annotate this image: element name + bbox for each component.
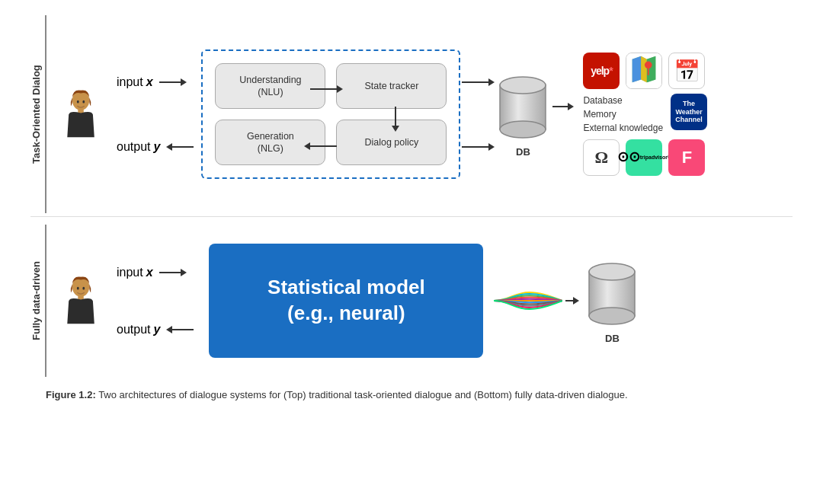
dashed-box-container: Understanding (NLU) State tracker Genera… [201,49,460,179]
state-tracker-box: State tracker [336,63,447,109]
meta-db-row: Database Memory External knowledge TheWe… [583,94,707,135]
input-label-bottom: input [117,266,143,279]
page: Task-Oriented Dialog [0,0,823,504]
db-cylinder-top [496,72,549,140]
db-meta-labels: Database Memory External knowledge [583,94,663,135]
db-cylinder-bottom [585,258,639,327]
nlg-box: Generation (NLG) [215,120,325,165]
dashed-box: Understanding (NLU) State tracker Genera… [201,49,460,179]
db-label-bottom: DB [605,333,620,344]
output-label-top: output [117,140,150,154]
maps-icon [626,53,662,89]
meta-database: Database [583,94,663,107]
output-row-bottom: output y [117,323,197,337]
meta-memory: Memory [583,107,663,121]
svg-point-3 [82,100,85,104]
svg-point-18 [645,62,652,69]
svg-point-11 [500,77,546,94]
input-arrow-bottom [159,269,187,276]
top-section: Task-Oriented Dialog [30,15,793,213]
wiki-icon: Ω [583,139,620,176]
box-to-db-arrows [462,49,495,179]
svg-point-24 [589,263,635,280]
db-bottom: DB [585,258,639,344]
output-arrow-top [166,143,194,151]
icons-row-bottom: Ω ⊙⊙ tripadvisor® F [583,139,707,176]
policy-to-db-arrow [462,143,495,151]
output-var-bottom: y [153,323,160,337]
output-label-bottom: output [117,323,150,337]
input-var-top: x [146,75,153,89]
top-side-label: Task-Oriented Dialog [30,15,46,213]
output-row-top: output y [117,140,197,154]
input-arrow-top [159,78,187,86]
input-row-top: input x [117,75,197,89]
svg-point-21 [76,287,78,290]
model-to-db-section [494,274,582,327]
input-row-bottom: input x [117,266,197,279]
meta-external: External knowledge [583,121,663,135]
divider [30,216,793,217]
svg-point-12 [500,121,546,138]
right-icons-block: yelp* 📅 [583,53,707,176]
avatar-bottom [60,274,102,327]
dialog-policy-box: Dialog policy [336,120,447,165]
figure-caption: Figure 1.2: Two architectures of dialogu… [30,388,793,403]
statistical-model-box: Statistical model (e.g., neural) [209,244,483,358]
model-line1: Statistical model [267,275,425,301]
bottom-avatar-col [54,274,107,327]
svg-point-22 [82,287,85,290]
caption-text: Two architectures of dialogue systems fo… [98,389,627,400]
top-avatar-col [54,88,107,141]
bottom-io-labels: input x output y [117,244,197,358]
input-var-bottom: x [146,266,153,279]
icons-row-top: yelp* 📅 [583,53,707,89]
output-var-top: y [153,140,160,154]
bottom-side-label: Fully data-driven [30,225,46,377]
svg-marker-15 [632,56,642,82]
tripadvisor-icon: ⊙⊙ tripadvisor® [626,139,662,176]
cable-to-db-arrow [565,297,579,305]
svg-point-25 [589,308,635,324]
yelp-icon: yelp* [583,53,620,89]
cable-svg [494,274,562,327]
top-io-labels: input x output y [117,49,197,179]
foursquare-icon: F [668,139,705,176]
caption-prefix: Figure 1.2: [46,389,96,400]
svg-point-2 [76,100,78,104]
db-to-icons-arrow [552,103,574,126]
state-to-db-arrow [462,78,495,86]
output-arrow-bottom [166,326,194,333]
db-top: DB [496,72,549,158]
input-label-top: input [117,75,143,89]
calendar-icon: 📅 [668,53,705,89]
svg-marker-16 [642,56,648,82]
db-label-top: DB [516,146,530,158]
weather-icon: TheWeatherChannel [671,94,707,130]
avatar-top [60,88,102,141]
bottom-section: Fully data-driven input x [30,225,793,377]
nlu-box: Understanding (NLU) [215,63,325,109]
model-line2: (e.g., neural) [267,301,425,327]
